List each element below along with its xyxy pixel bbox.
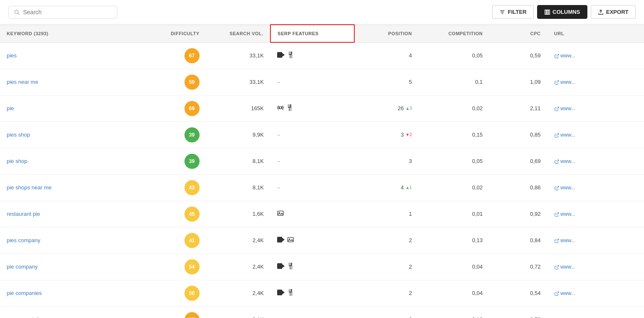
- search-vol-cell: 165K: [206, 95, 271, 122]
- position-cell: 26▲3: [354, 95, 419, 122]
- col-header-position[interactable]: POSITION: [354, 25, 419, 42]
- keyword-link[interactable]: restaurant pie: [7, 211, 40, 217]
- svg-point-13: [279, 106, 281, 109]
- serp-features-cell: –: [270, 148, 354, 174]
- url-cell: www...: [548, 95, 644, 122]
- competition-cell: 0,04: [418, 280, 489, 306]
- col-header-search-vol[interactable]: SEARCH VOL.: [206, 25, 271, 42]
- keyword-link[interactable]: pie shop: [7, 158, 27, 164]
- table-row: pie companies502,4K20,040,54www...: [0, 280, 644, 306]
- col-header-url[interactable]: URL: [548, 25, 644, 42]
- position-cell: 6: [354, 306, 419, 318]
- col-header-keyword[interactable]: KEYWORD (3293): [0, 25, 142, 42]
- serp-features-cell: –: [270, 174, 354, 201]
- svg-line-15: [556, 107, 559, 109]
- difficulty-badge: 43: [184, 180, 200, 195]
- filter-button[interactable]: FILTER: [492, 5, 534, 19]
- export-button[interactable]: EXPORT: [591, 5, 636, 19]
- serp-features-cell: [270, 280, 354, 306]
- keyword-link[interactable]: pie company: [7, 264, 38, 270]
- search-vol-cell: 2,4K: [206, 227, 271, 253]
- image-serp-icon: [277, 210, 284, 217]
- url-link[interactable]: www...: [561, 211, 575, 217]
- serp-icons-group: [277, 52, 348, 59]
- url-link[interactable]: www...: [561, 53, 575, 59]
- keyword-link[interactable]: company delivery: [7, 316, 49, 318]
- svg-line-34: [556, 292, 559, 294]
- position-cell: 2: [354, 227, 419, 253]
- search-vol-cell: 1,6K: [206, 201, 271, 227]
- external-link-icon: [554, 133, 559, 138]
- col-header-cpc[interactable]: CPC: [489, 25, 547, 42]
- cpc-cell: 0,92: [489, 201, 547, 227]
- url-link[interactable]: www...: [561, 290, 575, 296]
- competition-cell: 0,1: [418, 69, 489, 95]
- competition-cell: 0,19: [418, 306, 489, 318]
- difficulty-badge: 54: [184, 259, 200, 274]
- svg-rect-6: [547, 10, 548, 14]
- svg-line-16: [556, 133, 559, 136]
- svg-marker-28: [282, 264, 285, 268]
- keyword-link[interactable]: pies shop: [7, 132, 30, 138]
- cpc-cell: 6,78: [489, 306, 547, 318]
- url-link[interactable]: www...: [561, 132, 575, 138]
- url-cell: www...: [548, 253, 644, 280]
- difficulty-badge: 39: [184, 127, 200, 142]
- cpc-cell: 0,85: [489, 122, 547, 148]
- col-header-serp-features[interactable]: SERP FEATURES: [270, 25, 354, 42]
- difficulty-cell: 54: [142, 253, 206, 280]
- url-link[interactable]: www...: [561, 238, 575, 243]
- table-row: pie shops near me438,1K–4▲10,020,86www..…: [0, 174, 644, 201]
- table-row: pies6733,1K40,050,59www...: [0, 42, 644, 69]
- video-serp-icon: [277, 237, 285, 244]
- svg-rect-8: [277, 52, 282, 58]
- url-link[interactable]: www...: [561, 158, 575, 164]
- keyword-link[interactable]: pies: [7, 52, 17, 59]
- serp-features-cell: –: [270, 122, 354, 148]
- table-container: KEYWORD (3293) DIFFICULTY SEARCH VOL. SE…: [0, 24, 644, 318]
- video-serp-icon: [277, 52, 285, 59]
- cpc-cell: 0,84: [489, 227, 547, 253]
- competition-cell: 0,02: [418, 174, 489, 201]
- svg-line-1: [18, 13, 19, 14]
- search-vol-cell: 2,4K: [206, 280, 271, 306]
- position-value: 6: [409, 316, 412, 318]
- position-value: 5: [409, 79, 412, 85]
- competition-cell: 0,02: [418, 95, 489, 122]
- svg-rect-7: [548, 10, 550, 14]
- svg-marker-23: [282, 238, 285, 242]
- keyword-link[interactable]: pies near me: [7, 79, 38, 85]
- external-link-icon: [554, 159, 559, 164]
- url-cell: www...: [548, 201, 644, 227]
- table-header-row: KEYWORD (3293) DIFFICULTY SEARCH VOL. SE…: [0, 25, 644, 42]
- position-value: 3: [401, 132, 404, 138]
- url-link[interactable]: www...: [561, 264, 575, 270]
- difficulty-badge: 45: [184, 207, 200, 222]
- columns-button[interactable]: COLUMNS: [537, 5, 587, 19]
- svg-marker-9: [282, 53, 285, 57]
- keyword-link[interactable]: pie companies: [7, 290, 42, 296]
- url-link[interactable]: www...: [561, 106, 575, 111]
- url-link[interactable]: www...: [561, 185, 575, 191]
- difficulty-cell: 43: [142, 174, 206, 201]
- cpc-cell: 1,09: [489, 69, 547, 95]
- serp-icons-group: [277, 210, 348, 217]
- keyword-link[interactable]: pie: [7, 105, 14, 111]
- svg-rect-19: [278, 211, 283, 216]
- restaurant-icon: [286, 104, 292, 111]
- restaurant-serp-icon: [286, 104, 292, 112]
- serp-icons-group: [277, 289, 348, 297]
- url-link[interactable]: www...: [561, 79, 575, 85]
- col-header-competition[interactable]: COMPETITION: [418, 25, 489, 42]
- svg-line-17: [556, 160, 559, 162]
- col-header-difficulty[interactable]: DIFFICULTY: [142, 25, 206, 42]
- external-link-icon: [554, 238, 559, 243]
- serp-icons-group: [277, 104, 348, 112]
- external-link-icon: [554, 54, 559, 59]
- search-input[interactable]: [23, 9, 112, 16]
- keyword-link[interactable]: pie shops near me: [7, 184, 52, 191]
- external-link-icon: [554, 265, 559, 270]
- search-box[interactable]: [8, 6, 117, 18]
- svg-rect-24: [288, 238, 293, 242]
- keyword-link[interactable]: pies company: [7, 237, 40, 243]
